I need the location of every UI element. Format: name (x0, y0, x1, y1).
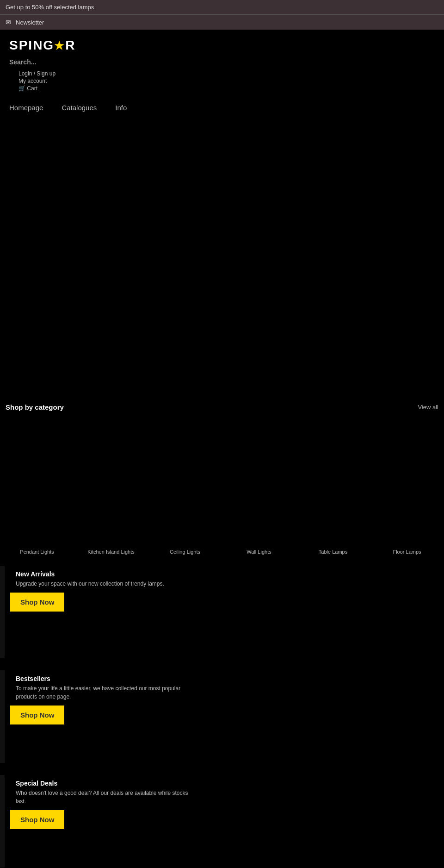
logo-text-2: R (65, 38, 75, 52)
cat-pendant-lights[interactable]: Pendant Lights (0, 545, 74, 558)
nav-catalogues[interactable]: Catalogues (62, 104, 97, 112)
main-nav: Homepage Catalogues Info (0, 99, 444, 116)
promo-special-deals-desc: Who doesn't love a good deal? All our de… (10, 787, 195, 810)
promo-bestsellers-image (0, 670, 5, 763)
search-placeholder: Search... (9, 58, 36, 66)
search-bar[interactable]: Search... (9, 58, 435, 66)
logo-star: ★ (54, 39, 65, 52)
shop-by-category-header: Shop by category View all (0, 403, 444, 411)
user-menu: Login / Sign up My account 🛒 Cart (9, 70, 435, 92)
shop-now-special-deals-button[interactable]: Shop Now (10, 810, 64, 829)
promo-bestsellers-title: Bestsellers (10, 675, 438, 682)
nav-info[interactable]: Info (115, 104, 127, 112)
header: SPING★R Search... Login / Sign up My acc… (0, 30, 444, 99)
hero-area (0, 116, 444, 394)
promo-text: Get up to 50% off selected lamps (6, 4, 94, 11)
shop-now-new-arrivals-button[interactable]: Shop Now (10, 593, 64, 612)
promo-new-arrivals-row: New Arrivals Upgrade your space with our… (0, 566, 444, 658)
cart-icon: 🛒 (18, 85, 25, 92)
promo-special-deals: Special Deals Who doesn't love a good de… (0, 768, 444, 868)
promo-special-deals-image (0, 775, 5, 868)
shop-now-bestsellers-button[interactable]: Shop Now (10, 706, 64, 724)
my-account-link[interactable]: My account (18, 78, 435, 84)
cat-kitchen-island[interactable]: Kitchen Island Lights (74, 545, 148, 558)
promo-special-deals-row: Special Deals Who doesn't love a good de… (0, 775, 444, 868)
cat-ceiling-lights[interactable]: Ceiling Lights (148, 545, 222, 558)
promo-new-arrivals-content: New Arrivals Upgrade your space with our… (5, 566, 444, 622)
cart-link[interactable]: 🛒 Cart (18, 85, 435, 92)
promo-special-deals-title: Special Deals (10, 780, 438, 787)
promo-new-arrivals-image (0, 566, 5, 658)
promo-bestsellers-content: Bestsellers To make your life a little e… (5, 670, 444, 735)
login-link[interactable]: Login / Sign up (18, 70, 435, 77)
category-images-row (0, 416, 444, 545)
promo-new-arrivals-title: New Arrivals (10, 570, 438, 578)
envelope-icon: ✉ (6, 19, 11, 26)
cat-floor-lamps[interactable]: Floor Lamps (370, 545, 444, 558)
promo-bestsellers: Bestsellers To make your life a little e… (0, 663, 444, 768)
nav-homepage[interactable]: Homepage (9, 104, 43, 112)
promo-bestsellers-desc: To make your life a little easier, we ha… (10, 682, 195, 706)
category-labels-row: Pendant Lights Kitchen Island Lights Cei… (0, 545, 444, 558)
promo-new-arrivals: New Arrivals Upgrade your space with our… (0, 558, 444, 663)
promo-bestsellers-row: Bestsellers To make your life a little e… (0, 670, 444, 763)
logo-text-1: SPING (9, 38, 54, 52)
shop-by-category-section: Shop by category View all Pendant Lights… (0, 394, 444, 558)
promo-special-deals-content: Special Deals Who doesn't love a good de… (5, 775, 444, 839)
cat-table-lamps[interactable]: Table Lamps (296, 545, 370, 558)
site-logo[interactable]: SPING★R (9, 38, 435, 53)
promo-bar: Get up to 50% off selected lamps (0, 0, 444, 14)
promo-new-arrivals-desc: Upgrade your space with our new collecti… (10, 578, 195, 593)
newsletter-bar-label: Newsletter (16, 19, 44, 26)
cart-label: Cart (27, 85, 37, 92)
shop-by-category-view-all[interactable]: View all (404, 404, 438, 411)
cat-wall-lights[interactable]: Wall Lights (222, 545, 296, 558)
newsletter-bar[interactable]: ✉ Newsletter (0, 14, 444, 30)
shop-by-category-title: Shop by category (6, 403, 64, 411)
